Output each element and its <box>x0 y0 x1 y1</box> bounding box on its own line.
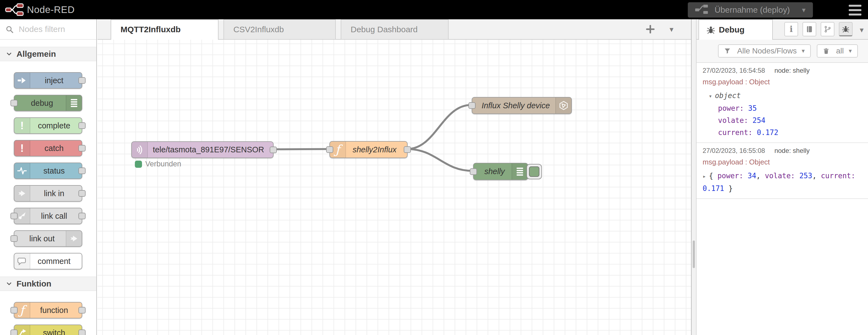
flow-wires <box>97 40 691 335</box>
sidebar-tabbar: Debug i ▾ <box>696 19 868 40</box>
inline-segment: current: <box>821 172 855 180</box>
debug-message-list: 27/02/2023, 16:54:58node: shellymsg.payl… <box>696 63 868 335</box>
deploy-button[interactable]: Übernahme (deploy) ▾ <box>688 2 813 18</box>
palette-node-switch[interactable]: switch <box>14 325 82 335</box>
debug-timestamp: 27/02/2023, 16:54:58 <box>703 67 765 74</box>
expand-caret-icon[interactable]: ▸ <box>703 173 706 179</box>
palette-node-status[interactable]: status <box>14 163 82 179</box>
node-palette: Allgemeininjectdebug!complete!catchstatu… <box>0 19 97 335</box>
palette-node-link-in[interactable]: link in <box>14 185 82 202</box>
node-port-input[interactable] <box>10 330 18 335</box>
book-icon <box>806 26 813 33</box>
node-label: shelly2Influx <box>330 142 407 158</box>
node-label: inject <box>14 73 82 88</box>
object-property-row: current: 0.172 <box>703 127 862 139</box>
tab-debug[interactable]: Debug <box>699 19 773 40</box>
info-icon: i <box>789 25 793 33</box>
node-port-input[interactable] <box>10 235 18 242</box>
debug-timestamp: 27/02/2023, 16:55:08 <box>703 147 765 154</box>
palette-item-group: injectdebug!complete!catchstatuslink inl… <box>0 72 96 270</box>
canvas-vertical-scrollbar[interactable] <box>693 241 695 268</box>
debug-message[interactable]: 27/02/2023, 16:55:08node: shellymsg.payl… <box>696 143 868 199</box>
debug-tab-label: Debug <box>719 25 744 34</box>
node-port-output[interactable] <box>79 330 86 335</box>
node-port-input[interactable] <box>10 307 18 313</box>
flow-node-func[interactable]: ƒshelly2Influx <box>330 141 408 158</box>
sidebar-splitter[interactable] <box>691 19 696 335</box>
palette-filter-input[interactable] <box>18 22 91 36</box>
palette-node-link-out[interactable]: link out <box>14 230 82 247</box>
node-port-output[interactable] <box>404 146 411 153</box>
property-value: 0.172 <box>757 129 778 137</box>
bug-icon <box>707 26 715 34</box>
node-port-input[interactable] <box>468 102 475 109</box>
node-port-output[interactable] <box>79 190 86 197</box>
flow-tab-csv2influxdb[interactable]: CSV2Influxdb <box>223 19 336 40</box>
node-port-output[interactable] <box>79 145 86 151</box>
property-value: 35 <box>748 104 757 112</box>
palette-node-link-call[interactable]: link call <box>14 208 82 224</box>
property-key: power: <box>718 104 744 112</box>
node-status: Verbunden <box>135 160 181 168</box>
node-port-output[interactable] <box>79 307 86 313</box>
debug-enable-toggle[interactable] <box>526 164 542 179</box>
flow-wire[interactable] <box>407 105 471 149</box>
palette-node-comment[interactable]: comment <box>14 253 82 270</box>
node-port-output[interactable] <box>79 77 86 84</box>
flow-node-mqtt[interactable]: tele/tasmota_891E97/SENSOR <box>131 141 274 158</box>
debug-source-node: node: shelly <box>774 67 810 74</box>
sidebar-tool-info-button[interactable]: i <box>784 22 798 36</box>
node-port-output[interactable] <box>79 213 86 219</box>
node-port-output[interactable] <box>270 146 277 153</box>
node-label: function <box>14 303 82 318</box>
node-label: comment <box>14 253 82 269</box>
sidebar-menu-caret-icon[interactable]: ▾ <box>860 25 864 34</box>
flow-tab-debug dashboard[interactable]: Debug Dashboard <box>341 19 448 40</box>
deploy-options-caret-icon[interactable]: ▾ <box>802 6 806 14</box>
debug-payload-path: msg.payload : Object <box>703 158 862 166</box>
node-port-output[interactable] <box>79 122 86 129</box>
flow-list-caret-icon[interactable]: ▾ <box>670 25 674 34</box>
node-label: catch <box>14 140 82 156</box>
debug-filter-button[interactable]: Alle Nodes/Flows ▾ <box>718 44 811 58</box>
palette-search <box>0 19 96 40</box>
flow-wire[interactable] <box>407 149 472 171</box>
node-port-input[interactable] <box>10 213 18 219</box>
sidebar-tool-git-button[interactable] <box>821 22 834 36</box>
object-expand-row[interactable]: ▾object <box>703 89 862 102</box>
palette-node-inject[interactable]: inject <box>14 72 82 89</box>
collapse-caret-icon[interactable]: ▾ <box>709 93 712 100</box>
palette-node-function[interactable]: ƒfunction <box>14 302 82 318</box>
palette-node-debug[interactable]: debug <box>14 95 82 111</box>
sidebar-tool-help-button[interactable] <box>803 22 816 36</box>
add-flow-button[interactable] <box>645 24 655 34</box>
app-header: Node-RED Übernahme (deploy) ▾ <box>0 0 868 19</box>
palette-node-complete[interactable]: !complete <box>14 117 82 134</box>
object-inline-row[interactable]: ▸{ power: 34, volate: 253, current: 0.17… <box>703 170 862 195</box>
flow-node-shelly[interactable]: shelly <box>473 163 528 180</box>
palette-category-funktion[interactable]: Funktion <box>0 277 96 291</box>
node-label: switch <box>14 325 82 335</box>
flow-node-influx[interactable]: Influx Shelly device <box>472 97 572 114</box>
app-title: Node-RED <box>27 0 74 19</box>
debug-message[interactable]: 27/02/2023, 16:54:58node: shellymsg.payl… <box>696 63 868 143</box>
sidebar-tool-debug-button[interactable] <box>839 22 852 36</box>
node-port-input[interactable] <box>10 100 18 106</box>
flow-tab-mqtt2influxdb[interactable]: MQTT2Influxdb <box>111 19 218 40</box>
flow-wire[interactable] <box>273 149 329 149</box>
flow-canvas[interactable]: tele/tasmota_891E97/SENSORVerbundenƒshel… <box>97 40 691 335</box>
chevron-down-icon <box>5 280 13 287</box>
palette-category-allgemein[interactable]: Allgemein <box>0 47 96 61</box>
workspace-area: MQTT2InfluxdbCSV2InfluxdbDebug Dashboard… <box>97 19 691 335</box>
node-port-output[interactable] <box>79 167 86 174</box>
node-port-input[interactable] <box>470 168 477 175</box>
debug-message-meta: 27/02/2023, 16:54:58node: shelly <box>703 67 862 74</box>
debug-clear-button[interactable]: all ▾ <box>817 44 858 58</box>
node-port-input[interactable] <box>326 146 333 153</box>
main-menu-button[interactable] <box>848 4 862 16</box>
status-text: Verbunden <box>145 160 181 168</box>
palette-node-catch[interactable]: !catch <box>14 140 82 157</box>
node-red-logo-icon <box>5 3 24 16</box>
inline-segment: , <box>812 172 821 180</box>
status-dot-icon <box>135 161 142 168</box>
